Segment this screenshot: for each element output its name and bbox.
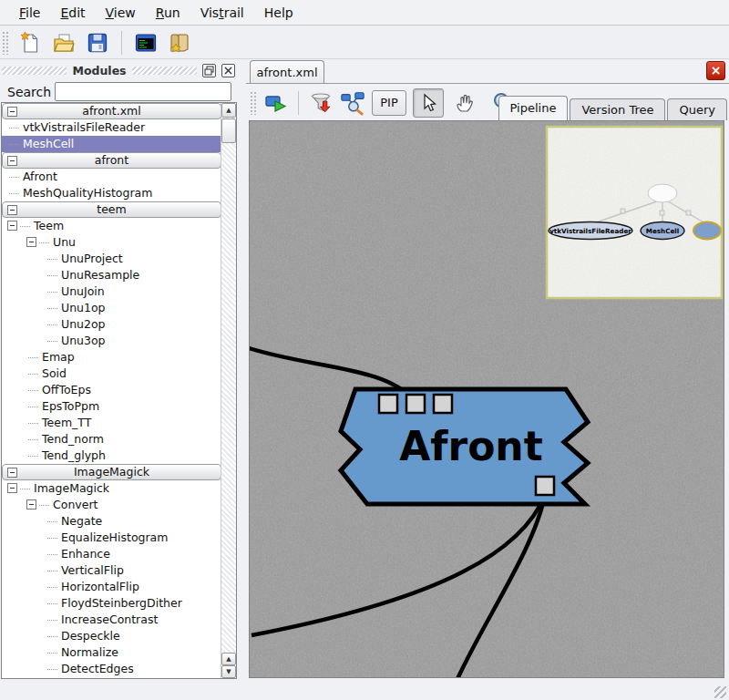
tree-item-tend_glyph[interactable]: Tend_glyph [2,448,221,464]
tree-item-label: Unu1op [47,301,106,314]
tree-item-label: Teem_TT [28,416,91,429]
tree-guide-line [47,669,57,671]
package-header-teem[interactable]: teem [2,201,221,218]
tree-item-afront[interactable]: Afront [2,169,221,185]
collapse-icon[interactable] [7,156,17,166]
tree-item-label: Teem [20,219,64,232]
save-icon[interactable] [85,30,110,56]
tree-item-imagemagick[interactable]: ImageMagick [2,480,221,497]
tree-item-normalize[interactable]: Normalize [2,644,221,661]
scroll-thumb[interactable] [221,118,236,143]
tree-guide-line [47,259,57,261]
filter-funnel-icon[interactable] [308,90,334,116]
collapse-icon[interactable] [7,483,17,493]
tree-item-unuresample[interactable]: UnuResample [2,267,221,283]
tree-item-enhance[interactable]: Enhance [2,546,221,562]
tree-guide-line [47,341,57,343]
pip-node-selected[interactable] [693,222,721,240]
tree-item-label: vtkVistrailsFileReader [9,120,145,134]
menu-help[interactable]: Help [254,3,303,23]
menu-file[interactable]: File [9,3,50,23]
tree-item-tend_norm[interactable]: Tend_norm [2,431,221,448]
tree-item-unuproject[interactable]: UnuProject [2,251,221,267]
tree-item-epstoppm[interactable]: EpsToPpm [2,398,221,415]
tree-item-equalizehistogram[interactable]: EqualizeHistogram [2,530,221,546]
tree-item-label: Normalize [47,645,118,659]
close-vistrail-button[interactable]: × [706,61,725,80]
tree-item-convert[interactable]: Convert [2,497,221,513]
tree-item-negate[interactable]: Negate [2,513,221,530]
pip-inset[interactable]: vtkVistrailsFileReader MeshCell [547,127,722,298]
package-header-imagemagick[interactable]: ImageMagick [2,464,221,480]
tree-item-soid[interactable]: Soid [2,365,221,382]
execute-icon[interactable] [263,90,289,116]
tree-item-emap[interactable]: Emap [2,349,221,365]
scroll-down-button[interactable]: ▼ [221,665,236,678]
tree-item-offtoeps[interactable]: OffToEps [2,382,221,398]
collapse-icon[interactable] [7,468,17,478]
collapse-icon[interactable] [26,499,36,510]
tree-item-unujoin[interactable]: UnuJoin [2,283,221,300]
tree-item-verticalflip[interactable]: VerticalFlip [2,562,221,579]
open-icon[interactable] [51,30,77,56]
tree-item-meshcell[interactable]: MeshCell [2,136,221,152]
afront-input-port-3[interactable] [434,395,452,413]
collapse-icon[interactable] [7,221,17,231]
tree-item-label: Convert [39,498,98,511]
tree-scrollbar[interactable]: ▲ ▲ ▼ [221,103,236,678]
tree-item-despeckle[interactable]: Despeckle [2,628,221,644]
menu-vistrail[interactable]: Vistrail [190,3,254,23]
close-panel-button[interactable] [221,64,235,77]
pip-node-offscreen [648,184,677,202]
tree-item-horizontalflip[interactable]: HorizontalFlip [2,579,221,595]
pipeline-canvas[interactable]: Afront vtkVistrailsFileReader MeshCell [249,120,724,678]
tree-item-unu1op[interactable]: Unu1op [2,300,221,316]
tree-guide-line [47,603,57,605]
pan-hand-button[interactable] [450,88,481,118]
collapse-icon[interactable] [26,237,36,247]
menu-view[interactable]: View [96,3,146,23]
resize-grip[interactable] [714,686,726,698]
collapse-icon[interactable] [7,107,17,117]
tree-item-label: MeshQualityHistogram [9,186,152,200]
tree-item-floydsteinbergdither[interactable]: FloydSteinbergDither [2,595,221,612]
afront-input-port-1[interactable] [379,395,397,413]
tab-pipeline[interactable]: Pipeline [498,96,569,120]
modules-panel-titlebar[interactable]: Modules [2,62,237,78]
tree-item-unu[interactable]: Unu [2,234,221,251]
float-panel-button[interactable] [202,64,216,77]
query-pipeline-icon[interactable] [340,90,365,116]
afront-output-port[interactable] [536,477,554,495]
menu-run[interactable]: Run [146,3,190,23]
tree-item-teem_tt[interactable]: Teem_TT [2,415,221,431]
tree-item-label: OffToEps [28,383,91,396]
toolbar-drag-handle[interactable] [250,91,257,115]
tree-item-teem[interactable]: Teem [2,218,221,234]
search-input[interactable] [55,82,231,101]
new-file-icon[interactable] [17,30,43,56]
toolbar-drag-handle[interactable] [2,31,9,55]
pip-toggle-button[interactable]: PIP [372,90,406,116]
favorites-folder-icon[interactable] [167,30,192,56]
tab-version-tree[interactable]: Version Tree [570,98,665,120]
menu-edit[interactable]: Edit [50,3,95,23]
tree-item-unu2op[interactable]: Unu2op [2,316,221,333]
package-header-afront[interactable]: afront [2,152,221,169]
tree-item-label: Unu3op [47,334,106,347]
tree-item-increasecontrast[interactable]: IncreaseContrast [2,612,221,628]
afront-input-port-2[interactable] [406,395,425,413]
package-header-afront.xml[interactable]: afront.xml [2,103,221,119]
tree-item-label: IncreaseContrast [47,612,158,626]
tree-item-meshqualityhistogram[interactable]: MeshQualityHistogram [2,185,221,201]
scroll-up-button[interactable]: ▲ [221,103,236,118]
select-cursor-button[interactable] [413,88,444,118]
console-icon[interactable] [133,30,159,56]
tree-guide-line [47,538,57,540]
tree-item-detectedges[interactable]: DetectEdges [2,661,221,677]
scroll-up-button-bottom[interactable]: ▲ [221,653,236,665]
document-tab[interactable]: afront.xml [250,60,324,83]
tab-query[interactable]: Query [667,98,727,120]
collapse-icon[interactable] [7,205,17,215]
tree-item-vtkvistrailsfilereader[interactable]: vtkVistrailsFileReader [2,119,221,136]
tree-item-unu3op[interactable]: Unu3op [2,333,221,349]
